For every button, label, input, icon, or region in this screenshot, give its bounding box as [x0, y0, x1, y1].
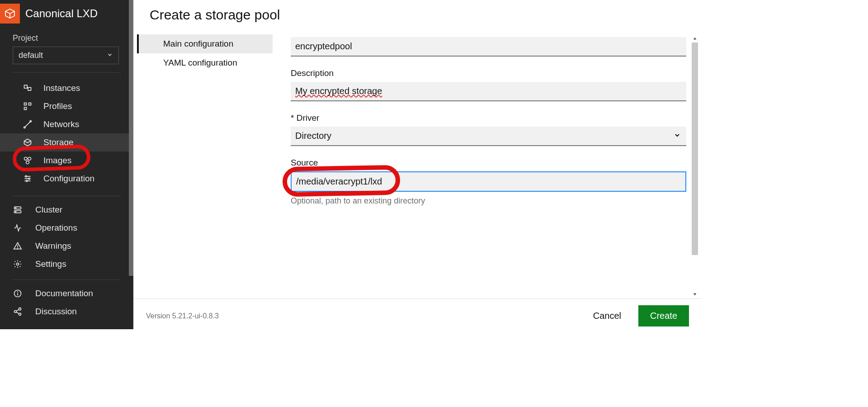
project-selected-value: default	[19, 51, 43, 60]
svg-point-29	[19, 308, 21, 310]
sidebar-item-label: Configuration	[43, 174, 94, 184]
description-label: Description	[291, 68, 686, 78]
brand: Canonical LXD	[0, 0, 133, 32]
scrollbar-thumb[interactable]	[129, 0, 133, 276]
svg-point-25	[17, 263, 19, 265]
networks-icon	[23, 120, 33, 129]
svg-point-16	[25, 175, 27, 177]
svg-point-31	[19, 313, 21, 315]
nav-footer: Documentation Discussion	[0, 283, 133, 321]
svg-point-30	[14, 311, 17, 313]
driver-select[interactable]: Directory	[291, 127, 686, 146]
svg-point-24	[18, 248, 18, 248]
cancel-button[interactable]: Cancel	[590, 306, 625, 326]
sidebar-item-label: Cluster	[35, 205, 62, 215]
svg-rect-3	[28, 87, 31, 90]
scroll-down-icon[interactable]	[691, 290, 699, 298]
operations-icon	[13, 223, 23, 232]
sidebar-item-label: Discussion	[35, 307, 77, 317]
page-title: Create a storage pool	[133, 0, 702, 34]
svg-point-7	[24, 127, 25, 128]
project-select[interactable]: default	[13, 47, 119, 64]
svg-line-32	[16, 309, 19, 311]
share-icon	[13, 307, 23, 316]
sidebar-scrollbar[interactable]	[129, 0, 133, 329]
sidebar-item-storage[interactable]: Storage	[0, 133, 133, 151]
svg-point-11	[28, 157, 31, 161]
sidebar-item-settings[interactable]: Settings	[0, 255, 133, 273]
sidebar-item-label: Networks	[43, 119, 79, 129]
svg-point-22	[15, 211, 16, 212]
sidebar-item-documentation[interactable]: Documentation	[0, 284, 133, 303]
svg-point-10	[24, 157, 28, 161]
sidebar-item-label: Instances	[43, 83, 80, 93]
brand-title: Canonical LXD	[25, 7, 98, 20]
chevron-down-icon	[107, 52, 113, 59]
cluster-icon	[13, 205, 23, 214]
profiles-icon	[23, 102, 33, 111]
sidebar-item-warnings[interactable]: Warnings	[0, 237, 133, 255]
settings-icon	[13, 260, 23, 269]
form-area: Description My encrypted storage * Drive…	[273, 34, 702, 298]
storage-icon	[23, 138, 33, 147]
project-label: Project	[13, 33, 121, 43]
driver-selected-value: Directory	[295, 131, 331, 141]
sidebar-item-label: Warnings	[35, 241, 71, 251]
sidebar-item-label: Operations	[35, 223, 77, 233]
sidebar-item-images[interactable]: Images	[0, 151, 133, 170]
svg-line-33	[16, 312, 19, 313]
sidebar-item-operations[interactable]: Operations	[0, 219, 133, 237]
sidebar-item-label: Images	[43, 156, 71, 166]
sidebar-item-discussion[interactable]: Discussion	[0, 303, 133, 321]
svg-rect-4	[24, 103, 27, 105]
svg-marker-35	[693, 293, 697, 296]
sidebar-item-instances[interactable]: Instances	[0, 79, 133, 97]
description-input[interactable]: My encrypted storage	[291, 82, 686, 101]
sidebar-item-label: Settings	[35, 259, 66, 269]
sidebar-item-label: Storage	[43, 137, 74, 147]
divider	[13, 196, 121, 196]
nav-primary: Instances Profiles Networks Storage Imag…	[0, 76, 133, 188]
subnav-main-configuration[interactable]: Main configuration	[137, 34, 273, 53]
version-text: Version 5.21.2-ui-0.8.3	[146, 312, 219, 320]
sidebar-item-label: Profiles	[43, 101, 72, 111]
subnav: Main configuration YAML configuration	[137, 34, 273, 298]
create-button[interactable]: Create	[638, 305, 689, 327]
sidebar-item-networks[interactable]: Networks	[0, 115, 133, 133]
svg-rect-6	[24, 108, 27, 110]
configuration-icon	[23, 174, 33, 183]
chevron-down-icon	[674, 131, 681, 141]
instances-icon	[23, 84, 33, 93]
svg-point-18	[26, 180, 28, 181]
svg-rect-5	[29, 103, 31, 105]
svg-point-8	[30, 121, 31, 122]
subnav-item-label: YAML configuration	[163, 58, 237, 67]
name-input[interactable]	[291, 37, 686, 57]
source-input[interactable]	[291, 171, 686, 192]
main-panel: Create a storage pool Main configuration…	[133, 0, 702, 329]
driver-label: * Driver	[291, 113, 686, 123]
subnav-yaml-configuration[interactable]: YAML configuration	[137, 53, 273, 72]
subnav-item-label: Main configuration	[163, 39, 233, 48]
sidebar-item-cluster[interactable]: Cluster	[0, 201, 133, 219]
svg-rect-2	[24, 85, 28, 88]
sidebar: Canonical LXD Project default Instances …	[0, 0, 133, 329]
svg-point-21	[15, 208, 16, 208]
svg-point-17	[28, 178, 30, 179]
source-help-text: Optional, path to an existing directory	[291, 196, 686, 206]
svg-marker-34	[693, 38, 697, 40]
info-icon	[13, 289, 23, 298]
sidebar-item-configuration[interactable]: Configuration	[0, 170, 133, 188]
form-scrollbar[interactable]	[691, 34, 699, 298]
images-icon	[23, 156, 33, 165]
lxd-logo-icon	[0, 4, 20, 24]
nav-secondary: Cluster Operations Warnings Settings	[0, 199, 133, 273]
svg-point-28	[18, 292, 18, 292]
sidebar-item-profiles[interactable]: Profiles	[0, 97, 133, 115]
scroll-up-icon[interactable]	[691, 34, 699, 43]
divider	[13, 72, 121, 73]
source-label: Source	[291, 158, 686, 168]
svg-point-12	[26, 161, 29, 164]
sidebar-item-label: Documentation	[35, 289, 93, 298]
scrollbar-thumb[interactable]	[692, 43, 698, 255]
